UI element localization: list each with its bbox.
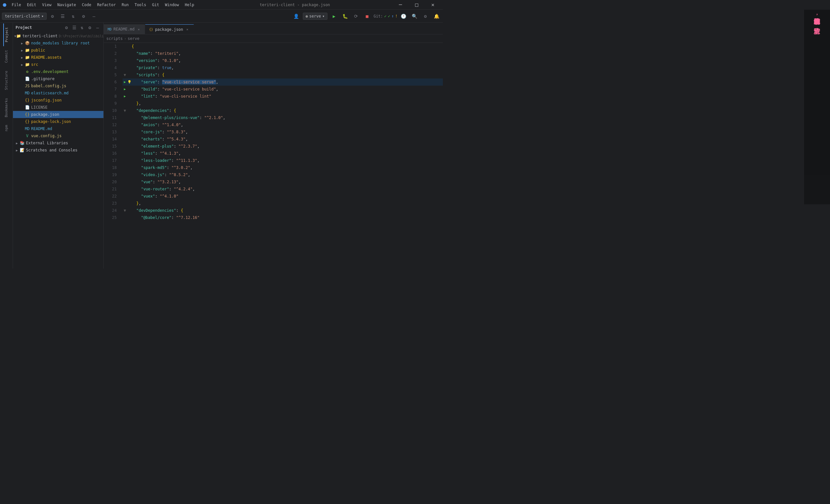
tree-license[interactable]: 📄 LICENSE	[13, 104, 103, 111]
menu-edit[interactable]: Edit	[24, 2, 39, 8]
babel-label: babel.config.js	[31, 84, 66, 88]
code-13-content: "core-js": "^3.8.3",	[132, 128, 188, 135]
code-area[interactable]: { "name": "teriteri", "version": "0.1.0"…	[120, 43, 443, 269]
readme-assets-folder-icon: 📁	[25, 55, 30, 60]
maximize-button[interactable]: □	[409, 0, 424, 10]
git-history-button[interactable]: 🕐	[399, 12, 408, 21]
menu-help[interactable]: Help	[182, 2, 197, 8]
code-12-content: "axios": "^1.4.0",	[132, 121, 183, 128]
tree-package-lock[interactable]: {} package-lock.json	[13, 118, 103, 125]
commit-panel-tab[interactable]: Commit	[4, 46, 9, 67]
editor-content[interactable]: 1 2 3 4 5 6 7 8 9 10 11 12 13 14 15 16 1	[104, 43, 443, 269]
toolbar-right: 👤 ● serve ▾ ▶ 🐛 ⟳ ■ Git: ✓ ✓ ↑ ! 🕐 🔍 ⚙ 🔔	[292, 12, 441, 21]
sidebar-sort-icon[interactable]: ⇅	[79, 24, 85, 31]
readme-md-label: README.md	[31, 126, 52, 131]
tab-package-json[interactable]: {} package.json ✕	[145, 24, 194, 34]
notification-toolbar-button[interactable]: 🔔	[432, 12, 441, 21]
package-tab-close-icon[interactable]: ✕	[185, 27, 190, 32]
code-24-content: "devDependencies": {	[132, 207, 183, 214]
tree-root[interactable]: ▼ 📁 teriteri-client D:\Project\Vue\bilib…	[13, 32, 103, 39]
stop-button[interactable]: ■	[362, 12, 372, 21]
run-8-button[interactable]: ▶	[123, 93, 127, 100]
sidebar-filter-icon[interactable]: ⚙	[87, 24, 93, 31]
fold-24-icon[interactable]: ▼	[123, 207, 127, 214]
minimize-button[interactable]: ─	[393, 0, 408, 10]
menu-git[interactable]: Git	[150, 2, 162, 8]
tree-readme-md[interactable]: MD README.md	[13, 125, 103, 132]
run2-button[interactable]: ⟳	[351, 12, 360, 21]
filter-toolbar-button[interactable]: ⚙	[79, 12, 88, 21]
code-line-4: "private": true,	[123, 64, 443, 71]
menu-window[interactable]: Window	[162, 2, 182, 8]
code-line-1: {	[123, 43, 443, 50]
settings2-toolbar-button[interactable]: ⚙	[421, 12, 430, 21]
code-15-content: "element-plus": "^2.3.7",	[132, 143, 200, 150]
breadcrumb-serve[interactable]: serve	[128, 36, 139, 41]
tab-readme[interactable]: MD README.md ✕	[104, 24, 145, 34]
package-tab-icon: {}	[149, 28, 153, 31]
run-7-button[interactable]: ▶	[123, 86, 127, 93]
line-num-22: 22	[104, 193, 117, 200]
menu-navigate[interactable]: Navigate	[55, 2, 79, 8]
collapse-toolbar-button[interactable]: —	[90, 12, 99, 21]
code-line-13: "core-js": "^3.8.3",	[123, 128, 443, 135]
breadcrumb-scripts[interactable]: scripts	[106, 36, 123, 41]
project-panel-tab[interactable]: Project	[3, 23, 9, 46]
settings-toolbar-button[interactable]: ⚙	[48, 12, 57, 21]
tree-vue-config[interactable]: V vue.config.js	[13, 132, 103, 139]
close-button[interactable]: ✕	[425, 0, 440, 10]
project-selector[interactable]: teriteri-client ▾	[2, 13, 47, 20]
bookmarks-panel-tab[interactable]: Bookmarks	[4, 94, 9, 121]
serve-selector[interactable]: ● serve ▾	[303, 13, 328, 20]
bulb-6-icon[interactable]: 💡	[127, 78, 132, 86]
run-button[interactable]: ▶	[329, 12, 339, 21]
babel-file-icon: JS	[25, 84, 30, 88]
package-json-label: package.json	[31, 112, 59, 117]
line-num-21: 21	[104, 186, 117, 193]
fold-10-icon[interactable]: ▼	[123, 107, 127, 114]
tree-readme-assets[interactable]: ▶ 📁 README.assets	[13, 54, 103, 61]
menu-view[interactable]: View	[39, 2, 54, 8]
search-toolbar-button[interactable]: 🔍	[410, 12, 419, 21]
tree-elasticsearch[interactable]: MD elasticsearch.md	[13, 90, 103, 97]
code-line-12: "axios": "^1.4.0",	[123, 121, 443, 128]
avatar-button[interactable]: 👤	[292, 12, 301, 21]
run-6-button[interactable]: ▶	[123, 78, 127, 86]
npm-panel-tab[interactable]: npm	[4, 121, 9, 135]
code-8-content: "lint": "vue-cli-service lint"	[132, 93, 212, 100]
public-label: public	[31, 48, 45, 53]
fold-5-icon[interactable]: ▼	[123, 71, 127, 78]
line-num-4: 4	[104, 64, 117, 71]
code-20-content: "vue": "^3.2.13",	[132, 178, 181, 186]
scratches-folder-icon: 📝	[20, 148, 25, 152]
node-modules-folder-icon: 📦	[25, 41, 30, 45]
tree-babel[interactable]: JS babel.config.js	[13, 83, 103, 90]
titlebar-left: ⬣ File Edit View Navigate Code Refactor …	[3, 2, 197, 8]
list-toolbar-button[interactable]: ☰	[58, 12, 67, 21]
tree-env[interactable]: ⚙ .env.development	[13, 68, 103, 75]
tree-jsconfig[interactable]: {} jsconfig.json	[13, 97, 103, 104]
readme-tab-close-icon[interactable]: ✕	[136, 27, 141, 31]
tree-scratches[interactable]: ▶ 📝 Scratches and Consoles	[13, 147, 103, 154]
titlebar-menus: File Edit View Navigate Code Refactor Ru…	[9, 2, 197, 8]
sidebar-collapse-icon[interactable]: —	[94, 24, 101, 31]
debug-button[interactable]: 🐛	[341, 12, 350, 21]
tree-external-libs[interactable]: ▶ 📚 External Libraries	[13, 139, 103, 147]
project-label: teriteri-client	[5, 14, 40, 19]
tree-gitignore[interactable]: 📄 .gitignore	[13, 75, 103, 83]
menu-refactor[interactable]: Refactor	[94, 2, 118, 8]
tree-src[interactable]: ▶ 📁 src	[13, 61, 103, 68]
code-line-11: "@element-plus/icons-vue": "^2.1.0",	[123, 114, 443, 121]
tree-package-json[interactable]: {} package.json	[13, 111, 103, 118]
sidebar-layout-icon[interactable]: ☰	[71, 24, 77, 31]
sidebar-gear-icon[interactable]: ⚙	[63, 24, 70, 31]
tree-node-modules[interactable]: ▶ 📦 node_modules library root	[13, 39, 103, 47]
code-4-content: "private": true,	[132, 64, 174, 71]
menu-tools[interactable]: Tools	[132, 2, 149, 8]
menu-file[interactable]: File	[9, 2, 24, 8]
structure-panel-tab[interactable]: Structure	[4, 67, 9, 94]
tree-public[interactable]: ▶ 📁 public	[13, 47, 103, 54]
sort-toolbar-button[interactable]: ⇅	[69, 12, 78, 21]
menu-run[interactable]: Run	[119, 2, 131, 8]
menu-code[interactable]: Code	[79, 2, 94, 8]
